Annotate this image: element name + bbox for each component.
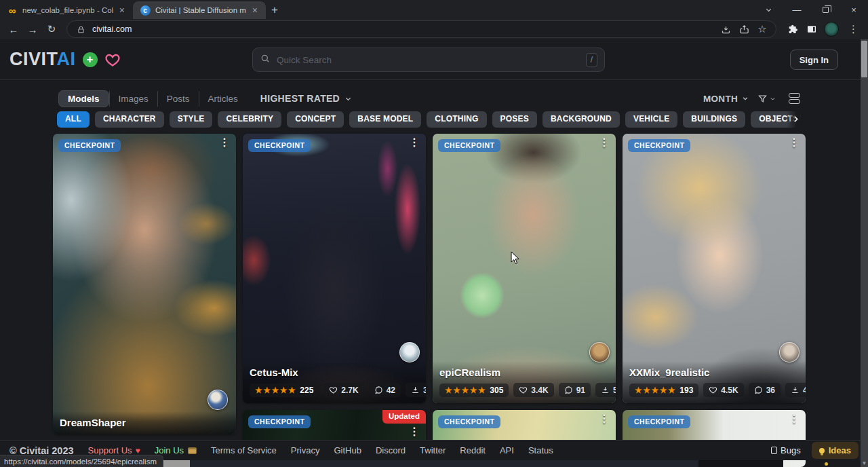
category-chip[interactable]: BASE MODEL xyxy=(349,111,421,128)
footer-link[interactable]: Privacy xyxy=(291,445,320,455)
creator-avatar[interactable] xyxy=(589,342,610,362)
tab-close-icon[interactable]: × xyxy=(251,5,259,15)
creator-avatar[interactable] xyxy=(399,342,420,362)
tab-close-icon[interactable]: × xyxy=(118,5,126,15)
download-icon[interactable] xyxy=(719,22,732,36)
bookmark-star-icon[interactable]: ☆ xyxy=(755,22,769,36)
star-rating: ★★★★★ xyxy=(255,386,296,394)
comments-pill[interactable]: 91 xyxy=(559,383,591,397)
content-fragment xyxy=(698,460,783,467)
period-dropdown[interactable]: MONTH xyxy=(703,94,749,104)
category-chip[interactable]: BACKGROUND xyxy=(542,111,620,128)
comments-pill[interactable]: 36 xyxy=(749,383,781,397)
link-status-bar: https://civitai.com/models/25694/epicrea… xyxy=(0,455,163,467)
category-chip[interactable]: ALL xyxy=(57,111,90,128)
share-icon[interactable] xyxy=(737,22,751,36)
downloads-pill[interactable]: 38K xyxy=(406,383,426,397)
scrollbar-down-arrow[interactable]: ▼ xyxy=(861,460,867,466)
category-chip[interactable]: CELEBRITY xyxy=(218,111,281,128)
creator-avatar[interactable] xyxy=(208,390,228,410)
restore-button[interactable] xyxy=(811,0,840,19)
toolbar-right: ⋮ xyxy=(783,22,863,37)
likes-pill[interactable]: 3.4K xyxy=(513,383,553,397)
card-menu-icon[interactable]: ⋮ xyxy=(219,137,230,149)
sort-label: HIGHEST RATED xyxy=(260,93,340,104)
sign-in-button[interactable]: Sign In xyxy=(790,50,838,70)
close-window-button[interactable]: × xyxy=(840,0,868,19)
footer-link[interactable]: Twitter xyxy=(420,445,446,455)
civitai-logo[interactable]: CIVITAI xyxy=(9,50,76,69)
category-chip[interactable]: POSES xyxy=(492,111,537,128)
tab-strip: ∞ new_colab_file.ipynb - Colaborat × c C… xyxy=(0,0,868,19)
minimize-button[interactable]: — xyxy=(783,0,811,19)
model-card-dreamshaper[interactable]: CHECKPOINT ⋮ DreamShaper xyxy=(53,134,236,434)
content-fragment xyxy=(825,462,828,466)
footer-link[interactable]: Support Us xyxy=(88,445,140,455)
content-tab[interactable]: Articles xyxy=(199,91,247,107)
rating-pill: ★★★★★225 xyxy=(250,384,319,397)
category-chip[interactable]: BUILDINGS xyxy=(683,111,745,128)
footer-link[interactable]: Terms of Service xyxy=(211,445,277,455)
bugs-link[interactable]: Bugs xyxy=(771,445,801,455)
quick-search-input[interactable]: Quick Search / xyxy=(252,48,605,72)
card-menu-icon[interactable]: ⋮ xyxy=(789,137,800,149)
screen: ∞ new_colab_file.ipynb - Colaborat × c C… xyxy=(0,0,868,467)
comments-pill[interactable]: 42 xyxy=(369,383,401,397)
model-title: Cetus-Mix xyxy=(250,367,419,378)
card-menu-icon[interactable]: ⋮ xyxy=(599,413,610,425)
scrollbar-thumb[interactable] xyxy=(861,41,867,77)
card-menu-icon[interactable]: ⋮ xyxy=(409,137,420,149)
browser-profile-avatar[interactable] xyxy=(824,22,839,37)
likes-pill[interactable]: 2.7K xyxy=(323,383,363,397)
address-bar[interactable]: civitai.com ☆ xyxy=(66,20,776,38)
back-button[interactable]: ← xyxy=(5,21,22,37)
category-chip[interactable]: CHARACTER xyxy=(95,111,164,128)
forward-button[interactable]: → xyxy=(24,21,41,37)
browser-chrome: ∞ new_colab_file.ipynb - Colaborat × c C… xyxy=(0,0,868,39)
downloads-pill[interactable]: 45K xyxy=(785,383,806,397)
layout-toggle-icon[interactable] xyxy=(789,93,800,104)
footer-link[interactable]: GitHub xyxy=(334,445,361,455)
lock-icon[interactable] xyxy=(74,22,87,36)
star-rating: ★★★★★ xyxy=(635,386,676,394)
footer-link[interactable]: Join Us xyxy=(155,445,197,455)
card-menu-icon[interactable]: ⋮ xyxy=(409,426,420,438)
chevron-right-icon xyxy=(791,115,800,124)
chevron-down-icon xyxy=(742,95,749,102)
sort-dropdown[interactable]: HIGHEST RATED xyxy=(260,93,352,104)
browser-menu-icon[interactable]: ⋮ xyxy=(844,23,863,35)
content-tab[interactable]: Images xyxy=(109,91,157,107)
footer-link[interactable]: Status xyxy=(528,445,553,455)
content-tab[interactable]: Models xyxy=(58,90,109,107)
category-chip[interactable]: CONCEPT xyxy=(287,111,344,128)
chips-scroll-right-button[interactable] xyxy=(787,110,804,128)
content-tab[interactable]: Posts xyxy=(157,91,199,107)
favorites-heart-icon[interactable] xyxy=(104,52,121,68)
filter-dropdown[interactable] xyxy=(757,94,776,104)
reload-button[interactable]: ↻ xyxy=(43,21,60,37)
creator-avatar[interactable] xyxy=(779,342,800,362)
card-menu-icon[interactable]: ⋮ xyxy=(599,137,610,149)
browser-tab-civitai[interactable]: c Civitai | Stable Diffusion models, × xyxy=(133,1,266,19)
side-panel-icon[interactable] xyxy=(805,22,818,36)
footer-link[interactable]: Discord xyxy=(376,445,406,455)
category-chip[interactable]: CLOTHING xyxy=(427,111,486,128)
model-card-cetus-mix[interactable]: CHECKPOINT ⋮ Cetus-Mix ★★★★★225 2.7K 42 … xyxy=(243,134,426,403)
likes-pill[interactable]: 4.5K xyxy=(703,383,743,397)
tab-search-chevron-icon[interactable] xyxy=(754,0,783,19)
model-card-xxmix9realistic[interactable]: CHECKPOINT ⋮ XXMix_9realistic ★★★★★193 4… xyxy=(623,134,806,403)
card-overlay: epiCRealism ★★★★★305 3.4K 91 59K xyxy=(433,361,616,403)
category-chip[interactable]: VEHICLE xyxy=(625,111,677,128)
page-scrollbar[interactable]: ▼ xyxy=(861,39,868,467)
browser-tab-colab[interactable]: ∞ new_colab_file.ipynb - Colaborat × xyxy=(0,1,133,19)
card-menu-icon[interactable]: ⋮ xyxy=(789,413,800,425)
footer-link[interactable]: Reddit xyxy=(460,445,486,455)
footer-link[interactable]: API xyxy=(500,445,514,455)
model-card-epicrealism[interactable]: CHECKPOINT ⋮ epiCRealism ★★★★★305 3.4K 9… xyxy=(433,134,616,403)
ideas-button[interactable]: Ideas xyxy=(812,442,859,459)
create-plus-button[interactable]: + xyxy=(83,52,98,67)
downloads-pill[interactable]: 59K xyxy=(595,383,616,397)
new-tab-button[interactable]: + xyxy=(266,1,283,19)
category-chip[interactable]: STYLE xyxy=(170,111,213,128)
extensions-puzzle-icon[interactable] xyxy=(786,22,800,36)
